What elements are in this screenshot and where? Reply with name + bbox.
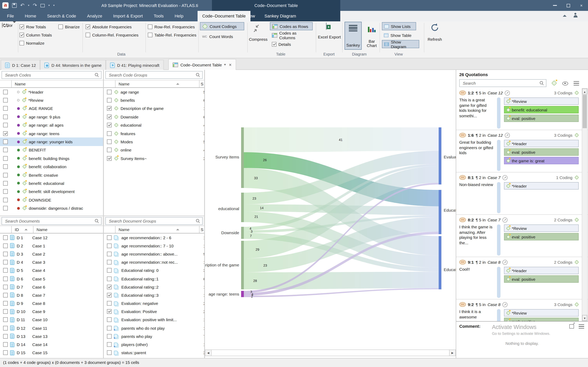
tab-menu-icon[interactable]: ▾ [224,63,226,67]
document-row[interactable]: D 5Case 4 [0,267,103,275]
document-group-checkbox[interactable] [107,235,112,240]
code-group-row[interactable]: online4 [104,146,204,154]
document-checkbox[interactable] [3,260,8,265]
document-group-row[interactable]: Evaluation: positive with limit...1 [104,316,204,324]
undo-icon[interactable]: ↶ [20,2,25,9]
window-dropdown-icon[interactable]: ▾ [48,4,50,7]
document-group-checkbox[interactable] [107,243,112,248]
code-checkbox[interactable] [3,189,8,194]
document-row[interactable]: D 3Case 2 [0,250,103,258]
ribbon-checkbox-absolute-frequencies[interactable]: Absolute Frequencies [86,25,132,29]
search-quotations-box[interactable] [459,79,546,87]
details-checkbox-row[interactable]: Details [270,40,313,48]
sankey-button[interactable]: Sankey [345,22,362,50]
show-table-button[interactable]: Show Table [382,31,416,39]
code-group-checkbox[interactable] [107,90,112,94]
search-quotations-input[interactable] [462,80,540,86]
document-checkbox[interactable] [3,252,8,256]
code-row[interactable]: BENEFIT [0,146,103,154]
context-tab-sankey-diagram[interactable]: Sankey Diagram [260,11,301,21]
document-row[interactable]: D 4Case 3 [0,258,103,266]
open-quotation-icon[interactable] [502,302,508,307]
document-group-checkbox[interactable] [107,301,112,306]
code-row[interactable]: age range: teens [0,129,103,138]
codes-as-rows-button[interactable]: Codes as Rows [270,22,313,30]
code-checkbox[interactable] [3,198,8,202]
sankey-horizontal-scrollbar[interactable]: ◀ ▶ [205,350,456,356]
search-code-groups-box[interactable] [105,71,203,79]
scrollbar-track[interactable] [212,350,449,356]
code-checkbox[interactable] [3,106,8,111]
quotation-item[interactable]: 1:6¶ 2 inCase 123 CodingsGreat for buddi… [456,130,588,172]
document-group-row[interactable]: Educational rating::31 [104,291,204,299]
code-group-checkbox[interactable] [107,139,112,144]
document-group-checkbox[interactable] [107,293,112,298]
details-checkbox[interactable] [272,42,277,46]
codes-as-columns-button[interactable]: Codes as Columns [270,31,313,39]
search-document-groups-input[interactable] [108,218,196,224]
ribbon-checkbox-row-rel-frequencies[interactable]: Row-Rel. Frequencies [148,25,195,29]
menu-tab-file[interactable]: File [1,11,19,21]
document-group-row[interactable]: Educational rating::21 [104,283,204,291]
document-group-checkbox[interactable] [107,268,112,273]
code-group-row[interactable]: features3 [104,129,204,138]
open-quotation-icon[interactable] [502,175,508,180]
document-group-checkbox[interactable] [107,317,112,322]
code-chip[interactable]: eval: positive [504,233,579,240]
quotation-item[interactable]: 1:2¶ 5 inCase 123 CodingsThis is a great… [456,88,588,130]
menu-tab-home[interactable]: Home [19,11,42,21]
document-tab-d-1-case-12[interactable]: D 1: Case 12 [1,60,40,70]
code-group-row[interactable]: Modes5 [104,138,204,146]
code-row[interactable]: age range: all ages [0,121,103,129]
document-row[interactable]: D 11Case 10 [0,316,103,324]
scrollbar-thumb[interactable] [583,95,587,128]
code-checkbox[interactable] [3,181,8,186]
document-checkbox[interactable] [3,293,8,298]
ribbon-checkbox-table-rel-frequencies[interactable]: Table-Rel. Frequencies [148,33,196,37]
document-row[interactable]: D 2Case 1 [0,242,103,250]
document-checkbox[interactable] [3,309,8,314]
document-group-row[interactable]: Educational rating::16 [104,275,204,283]
code-row[interactable]: downside: dangerous / distrac [0,204,103,212]
document-group-checkbox[interactable] [107,309,112,314]
document-group-row[interactable]: age recommendation::not rec...1 [104,258,204,266]
open-quotation-icon[interactable] [502,217,508,222]
document-group-checkbox[interactable] [107,252,112,256]
menu-tab-import-export[interactable]: Import & Export [108,11,148,21]
document-group-checkbox[interactable] [107,276,112,281]
menu-tab-tools[interactable]: Tools [148,11,169,21]
document-tab-code-document-table[interactable]: Code–Document Table▾× [168,59,236,70]
document-row[interactable]: D 14Case 14 [0,340,103,349]
document-checkbox[interactable] [3,350,8,355]
sankey-node-right-0[interactable] [439,127,441,184]
code-row[interactable]: *Header [0,88,103,96]
code-group-row[interactable]: Description of the game1 [104,104,204,113]
quotation-item[interactable]: 9:1¶ 2 inCase 82 CodingsCool!!*Headereva… [456,257,588,300]
document-group-checkbox[interactable] [107,326,112,330]
document-group-row[interactable]: status::parent2 [104,349,204,357]
search-documents-box[interactable] [1,217,102,225]
code-group-row[interactable]: age range5 [104,88,204,96]
toolbar-options-icon[interactable]: ▾ [53,4,55,7]
collapse-ribbon-icon[interactable] [563,15,567,17]
code-group-checkbox[interactable] [107,148,112,152]
codes-list-header[interactable]: Name [0,80,103,88]
checkbox-normalize[interactable] [19,41,24,45]
code-row[interactable]: benefit: educational [0,179,103,188]
ribbon-checkbox-column-rel-frequencies[interactable]: Column-Rel. Frequencies [86,33,138,37]
save-icon[interactable] [12,3,17,8]
document-group-row[interactable]: players (other)1 [104,340,204,349]
document-group-row[interactable]: age recommendation:: above...9 [104,250,204,258]
bar-chart-button[interactable]: Bar Chart [363,22,380,50]
code-checkbox[interactable] [3,148,8,152]
document-checkbox[interactable] [3,268,8,273]
document-row[interactable]: D 6Case 5 [0,275,103,283]
document-checkbox[interactable] [3,326,8,330]
refresh-button[interactable] [430,23,440,34]
code-chip[interactable]: *Review [504,225,579,232]
code-chip[interactable]: *Review [504,309,579,317]
compress-button[interactable] [252,24,262,34]
ribbon-checkbox-binarize[interactable]: Binarize [58,25,80,29]
code-row[interactable]: DOWNSIDE [0,196,103,204]
document-row[interactable]: D 12Case 11 [0,324,103,332]
